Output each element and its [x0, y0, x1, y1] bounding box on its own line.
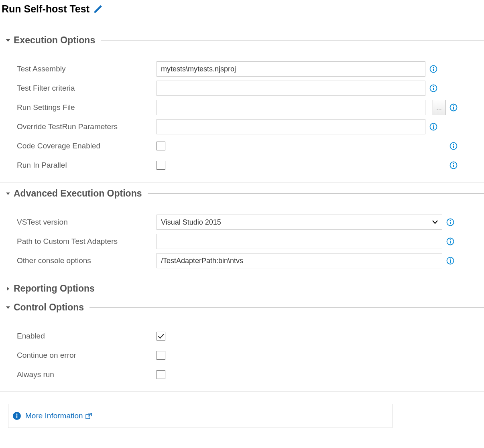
checkbox-always-run[interactable] [157, 370, 165, 379]
caret-down-icon [6, 191, 10, 196]
caret-down-icon [6, 305, 10, 310]
input-run-settings[interactable] [157, 100, 425, 115]
browse-button[interactable]: ... [433, 100, 445, 115]
more-information-text: More Information [25, 412, 83, 420]
page-title-text: Run Self-host Test [2, 3, 89, 15]
input-test-filter[interactable] [157, 81, 425, 96]
section-title: Execution Options [14, 35, 95, 46]
label-vstest-version: VSTest version [17, 218, 157, 227]
input-console-options[interactable] [157, 253, 442, 268]
row-custom-adapters: Path to Custom Test Adapters [0, 232, 484, 251]
info-icon[interactable] [449, 142, 458, 150]
external-link-icon [85, 413, 92, 419]
select-vstest-value: Visual Studio 2015 [161, 218, 221, 227]
label-run-parallel: Run In Parallel [17, 161, 157, 170]
label-continue-on-error: Continue on error [17, 351, 157, 360]
info-icon[interactable] [446, 237, 454, 245]
caret-right-icon [6, 286, 10, 291]
input-custom-adapters[interactable] [157, 234, 442, 249]
chevron-down-icon [432, 219, 438, 225]
checkbox-code-coverage[interactable] [157, 142, 165, 150]
select-vstest-version[interactable]: Visual Studio 2015 [157, 215, 442, 230]
label-code-coverage: Code Coverage Enabled [17, 142, 157, 150]
row-test-assembly: Test Assembly [0, 59, 484, 79]
info-icon[interactable] [446, 257, 454, 265]
label-override-params: Override TestRun Parameters [17, 122, 157, 131]
row-override-params: Override TestRun Parameters [0, 117, 484, 136]
label-test-assembly: Test Assembly [17, 65, 157, 73]
label-enabled: Enabled [17, 332, 157, 341]
row-enabled: Enabled [0, 326, 484, 346]
label-always-run: Always run [17, 370, 157, 379]
input-test-assembly[interactable] [157, 61, 425, 77]
section-title: Advanced Execution Options [14, 188, 142, 199]
row-run-settings: Run Settings File ... [0, 98, 484, 117]
input-override-params[interactable] [157, 119, 425, 134]
section-header-reporting[interactable]: Reporting Options [6, 283, 484, 294]
pencil-icon[interactable] [94, 5, 102, 14]
info-icon[interactable] [449, 103, 458, 111]
row-code-coverage: Code Coverage Enabled [0, 136, 484, 156]
info-icon[interactable] [429, 123, 437, 131]
section-execution-options: Execution Options Test Assembly Test Fil… [0, 35, 484, 182]
section-rule [148, 193, 484, 194]
section-reporting-options: Reporting Options [0, 283, 484, 298]
caret-down-icon [6, 38, 10, 43]
section-title: Reporting Options [14, 283, 95, 294]
section-header-execution[interactable]: Execution Options [6, 35, 484, 46]
section-header-control[interactable]: Control Options [6, 302, 484, 313]
checkbox-run-parallel[interactable] [157, 161, 165, 170]
info-icon[interactable] [446, 218, 454, 226]
more-information-link[interactable]: More Information [25, 412, 92, 420]
page-title: Run Self-host Test [2, 3, 484, 15]
info-icon[interactable] [429, 84, 437, 92]
section-title: Control Options [14, 302, 84, 313]
section-rule [89, 307, 484, 308]
row-continue-on-error: Continue on error [0, 346, 484, 365]
more-information-box: More Information [8, 404, 392, 428]
label-custom-adapters: Path to Custom Test Adapters [17, 237, 157, 246]
row-run-parallel: Run In Parallel [0, 156, 484, 175]
row-vstest-version: VSTest version Visual Studio 2015 [0, 213, 484, 232]
checkbox-enabled[interactable] [157, 332, 165, 341]
label-console-options: Other console options [17, 256, 157, 265]
checkbox-continue-on-error[interactable] [157, 351, 165, 360]
info-icon[interactable] [429, 65, 437, 73]
info-solid-icon [12, 412, 21, 420]
label-run-settings: Run Settings File [17, 103, 157, 112]
section-advanced-execution: Advanced Execution Options VSTest versio… [0, 188, 484, 278]
section-rule [101, 40, 484, 41]
row-always-run: Always run [0, 365, 484, 384]
section-control-options: Control Options Enabled Continue on erro… [0, 302, 484, 392]
info-icon[interactable] [449, 161, 458, 169]
label-test-filter: Test Filter criteria [17, 84, 157, 93]
row-test-filter: Test Filter criteria [0, 79, 484, 98]
row-console-options: Other console options [0, 251, 484, 270]
section-header-advanced[interactable]: Advanced Execution Options [6, 188, 484, 199]
